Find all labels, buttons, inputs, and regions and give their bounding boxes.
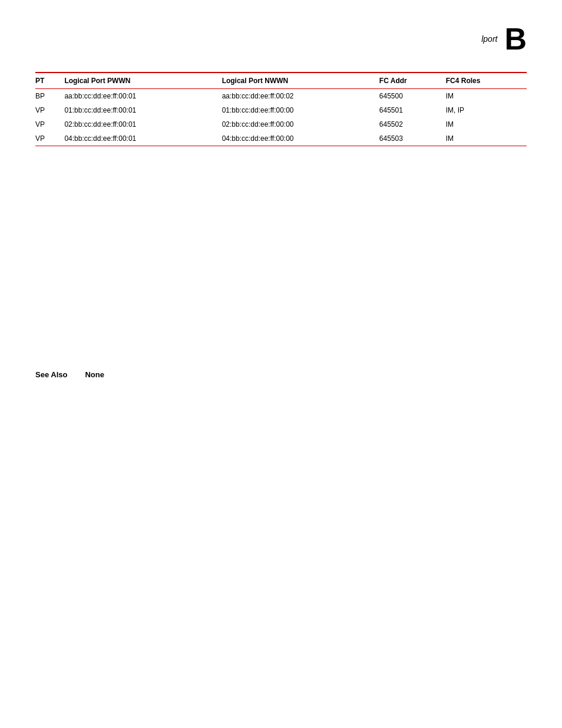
cell-pt: VP	[35, 117, 64, 131]
cell-logical_port_nwwn: 02:bb:cc:dd:ee:ff:00:00	[222, 117, 379, 131]
cell-fc_addr: 645503	[379, 131, 446, 146]
header-section-letter: B	[504, 24, 527, 54]
see-also-section: See Also None	[35, 370, 527, 379]
table-row: BPaa:bb:cc:dd:ee:ff:00:01aa:bb:cc:dd:ee:…	[35, 89, 527, 104]
cell-fc_addr: 645502	[379, 117, 446, 131]
cell-logical_port_nwwn: 04:bb:cc:dd:ee:ff:00:00	[222, 131, 379, 146]
cell-logical_port_nwwn: aa:bb:cc:dd:ee:ff:00:02	[222, 89, 379, 104]
cell-pt: VP	[35, 131, 64, 146]
col-header-fc-addr: FC Addr	[379, 73, 446, 89]
data-table: PT Logical Port PWWN Logical Port NWWN F…	[35, 72, 527, 146]
table-row: VP02:bb:cc:dd:ee:ff:00:0102:bb:cc:dd:ee:…	[35, 117, 527, 131]
col-header-logical-port-pwwn: Logical Port PWWN	[64, 73, 222, 89]
header-lport-label: lport	[481, 34, 497, 44]
table-row: VP04:bb:cc:dd:ee:ff:00:0104:bb:cc:dd:ee:…	[35, 131, 527, 146]
page-container: lport B PT Logical Port PWWN Logical Por…	[0, 0, 562, 728]
col-header-fc4-roles: FC4 Roles	[446, 73, 527, 89]
col-header-pt: PT	[35, 73, 64, 89]
cell-fc4_roles: IM	[446, 89, 527, 104]
table-body: BPaa:bb:cc:dd:ee:ff:00:01aa:bb:cc:dd:ee:…	[35, 89, 527, 146]
cell-fc4_roles: IM	[446, 131, 527, 146]
cell-fc4_roles: IM	[446, 117, 527, 131]
see-also-label: See Also	[35, 370, 67, 379]
cell-logical_port_pwwn: 04:bb:cc:dd:ee:ff:00:01	[64, 131, 222, 146]
col-header-logical-port-nwwn: Logical Port NWWN	[222, 73, 379, 89]
cell-fc_addr: 645500	[379, 89, 446, 104]
see-also-value: None	[85, 370, 104, 379]
cell-fc_addr: 645501	[379, 103, 446, 117]
cell-pt: VP	[35, 103, 64, 117]
cell-logical_port_pwwn: 02:bb:cc:dd:ee:ff:00:01	[64, 117, 222, 131]
table-header: PT Logical Port PWWN Logical Port NWWN F…	[35, 73, 527, 89]
table-row: VP01:bb:cc:dd:ee:ff:00:0101:bb:cc:dd:ee:…	[35, 103, 527, 117]
cell-fc4_roles: IM, IP	[446, 103, 527, 117]
table-header-row: PT Logical Port PWWN Logical Port NWWN F…	[35, 73, 527, 89]
page-header: lport B	[35, 24, 527, 54]
cell-logical_port_pwwn: aa:bb:cc:dd:ee:ff:00:01	[64, 89, 222, 104]
cell-logical_port_pwwn: 01:bb:cc:dd:ee:ff:00:01	[64, 103, 222, 117]
table-section: PT Logical Port PWWN Logical Port NWWN F…	[35, 72, 527, 146]
cell-pt: BP	[35, 89, 64, 104]
cell-logical_port_nwwn: 01:bb:cc:dd:ee:ff:00:00	[222, 103, 379, 117]
